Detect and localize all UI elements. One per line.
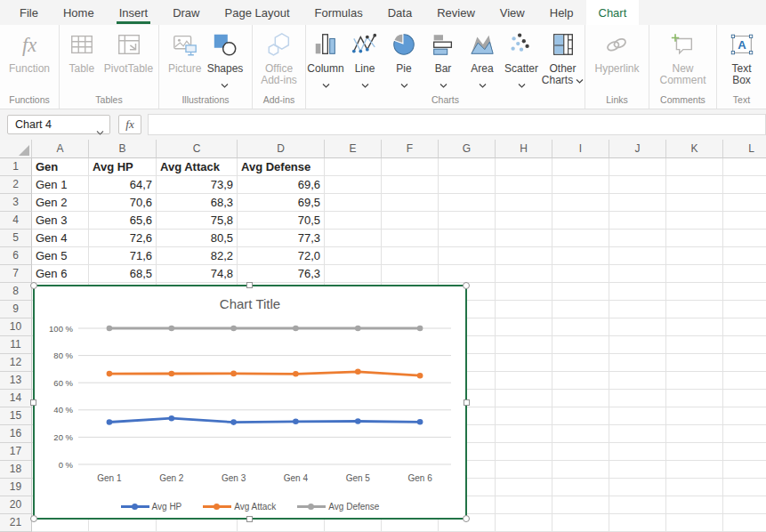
row-header-10[interactable]: 10 bbox=[0, 318, 32, 336]
row-header-8[interactable]: 8 bbox=[0, 283, 32, 301]
column-header-g[interactable]: G bbox=[439, 140, 496, 158]
grid-cell[interactable] bbox=[325, 230, 382, 247]
grid-cell[interactable] bbox=[609, 265, 666, 283]
grid-cell[interactable] bbox=[723, 283, 766, 301]
cell-C1[interactable]: Avg Attack bbox=[157, 158, 238, 176]
grid-cell[interactable] bbox=[723, 390, 766, 407]
row-header-9[interactable]: 9 bbox=[0, 301, 32, 318]
grid-cell[interactable] bbox=[609, 283, 666, 301]
grid-cell[interactable] bbox=[666, 372, 723, 390]
grid-cell[interactable] bbox=[666, 318, 723, 336]
menu-tab-review[interactable]: Review bbox=[424, 0, 488, 25]
grid-cell[interactable] bbox=[666, 354, 723, 372]
grid-cell[interactable] bbox=[496, 461, 552, 479]
grid-cell[interactable] bbox=[723, 301, 766, 318]
data-point-marker[interactable] bbox=[230, 371, 237, 377]
grid-cell[interactable] bbox=[382, 230, 439, 247]
grid-cell[interactable] bbox=[609, 247, 666, 265]
grid-cell[interactable] bbox=[552, 407, 609, 425]
grid-cell[interactable] bbox=[609, 212, 666, 230]
data-point-marker[interactable] bbox=[107, 326, 113, 332]
row-header-17[interactable]: 17 bbox=[0, 443, 32, 461]
cell-B1[interactable]: Avg HP bbox=[89, 158, 157, 176]
cell-C3[interactable]: 68,3 bbox=[157, 194, 238, 212]
grid-cell[interactable] bbox=[552, 390, 609, 407]
cell-B3[interactable]: 70,6 bbox=[89, 194, 157, 212]
grid-cell[interactable] bbox=[382, 212, 439, 230]
grid-cell[interactable] bbox=[666, 265, 723, 283]
menu-tab-file[interactable]: File bbox=[7, 0, 51, 25]
grid-cell[interactable] bbox=[723, 194, 766, 212]
data-point-marker[interactable] bbox=[293, 419, 299, 425]
grid-cell[interactable] bbox=[496, 318, 552, 336]
column-header-j[interactable]: J bbox=[609, 140, 666, 158]
selection-handle[interactable] bbox=[30, 399, 36, 406]
cell-A1[interactable]: Gen bbox=[32, 158, 89, 176]
selection-handle[interactable] bbox=[464, 399, 470, 406]
row-header-7[interactable]: 7 bbox=[0, 265, 32, 283]
row-header-5[interactable]: 5 bbox=[0, 230, 32, 247]
grid-cell[interactable] bbox=[382, 265, 439, 283]
row-header-12[interactable]: 12 bbox=[0, 354, 32, 372]
grid-cell[interactable] bbox=[723, 479, 766, 496]
grid-cell[interactable] bbox=[666, 247, 723, 265]
grid-cell[interactable] bbox=[666, 425, 723, 443]
grid-cell[interactable] bbox=[723, 176, 766, 194]
formula-input[interactable] bbox=[148, 114, 766, 135]
grid-cell[interactable] bbox=[325, 158, 382, 176]
grid-cell[interactable] bbox=[609, 230, 666, 247]
grid-cell[interactable] bbox=[439, 230, 496, 247]
grid-cell[interactable] bbox=[666, 443, 723, 461]
grid-cell[interactable] bbox=[552, 212, 609, 230]
data-point-marker[interactable] bbox=[169, 326, 175, 332]
column-header-a[interactable]: A bbox=[32, 140, 89, 158]
data-point-marker[interactable] bbox=[169, 415, 175, 422]
select-all-corner[interactable] bbox=[0, 140, 32, 158]
cell-B2[interactable]: 64,7 bbox=[89, 176, 157, 194]
grid-cell[interactable] bbox=[496, 212, 552, 230]
grid-cell[interactable] bbox=[496, 443, 552, 461]
row-header-18[interactable]: 18 bbox=[0, 461, 32, 479]
grid-cell[interactable] bbox=[666, 407, 723, 425]
ribbon-button-area[interactable]: Area bbox=[463, 31, 502, 82]
grid-cell[interactable] bbox=[723, 212, 766, 230]
column-header-d[interactable]: D bbox=[238, 140, 325, 158]
ribbon-button-other-charts[interactable]: OtherCharts bbox=[541, 31, 585, 86]
grid-cell[interactable] bbox=[496, 479, 552, 496]
grid-cell[interactable] bbox=[325, 194, 382, 212]
data-point-marker[interactable] bbox=[417, 326, 423, 332]
grid-cell[interactable] bbox=[723, 461, 766, 479]
grid-cell[interactable] bbox=[609, 514, 666, 532]
row-header-6[interactable]: 6 bbox=[0, 247, 32, 265]
grid-cell[interactable] bbox=[666, 176, 723, 194]
grid-cell[interactable] bbox=[325, 176, 382, 194]
data-point-marker[interactable] bbox=[355, 418, 361, 424]
column-header-l[interactable]: L bbox=[723, 140, 766, 158]
grid-cell[interactable] bbox=[552, 479, 609, 496]
cell-D2[interactable]: 69,6 bbox=[238, 176, 325, 194]
grid-cell[interactable] bbox=[439, 158, 496, 176]
grid-cell[interactable] bbox=[382, 247, 439, 265]
grid-cell[interactable] bbox=[552, 496, 609, 514]
grid-cell[interactable] bbox=[325, 265, 382, 283]
grid-cell[interactable] bbox=[666, 230, 723, 247]
grid-cell[interactable] bbox=[496, 230, 552, 247]
grid-cell[interactable] bbox=[439, 247, 496, 265]
data-point-marker[interactable] bbox=[230, 419, 237, 425]
grid-cell[interactable] bbox=[609, 425, 666, 443]
data-point-marker[interactable] bbox=[169, 371, 175, 377]
grid-cell[interactable] bbox=[609, 407, 666, 425]
grid-cell[interactable] bbox=[382, 176, 439, 194]
grid-cell[interactable] bbox=[723, 230, 766, 247]
grid-cell[interactable] bbox=[666, 212, 723, 230]
grid-cell[interactable] bbox=[496, 407, 552, 425]
cell-C7[interactable]: 74,8 bbox=[157, 265, 238, 283]
grid-cell[interactable] bbox=[666, 461, 723, 479]
row-header-15[interactable]: 15 bbox=[0, 407, 32, 425]
cell-B6[interactable]: 71,6 bbox=[89, 247, 157, 265]
row-header-21[interactable]: 21 bbox=[0, 514, 32, 532]
data-point-marker[interactable] bbox=[293, 326, 299, 332]
grid-cell[interactable] bbox=[496, 247, 552, 265]
column-header-b[interactable]: B bbox=[89, 140, 157, 158]
grid-cell[interactable] bbox=[723, 425, 766, 443]
